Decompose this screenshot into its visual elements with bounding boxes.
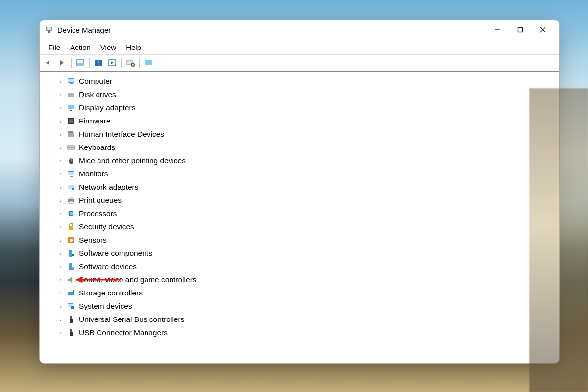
toolbar-add-hardware-button[interactable] (124, 57, 136, 69)
toolbar-forward-button[interactable] (56, 57, 68, 69)
device-category-row[interactable]: ›Keyboards (40, 141, 559, 154)
expand-chevron-icon[interactable]: › (57, 250, 64, 256)
svg-rect-25 (70, 110, 72, 111)
expand-chevron-icon[interactable]: › (57, 171, 64, 177)
toolbar-back-button[interactable] (43, 57, 54, 69)
security-icon (66, 222, 76, 232)
storage-icon (66, 288, 76, 298)
app-icon (45, 25, 53, 34)
device-category-label: Firmware (79, 117, 111, 125)
device-category-row[interactable]: ›Software devices (40, 260, 559, 273)
display-icon (66, 103, 76, 113)
device-category-label: Software components (79, 249, 152, 258)
expand-chevron-icon[interactable]: › (57, 224, 64, 230)
expand-chevron-icon[interactable]: › (57, 211, 64, 217)
device-category-row[interactable]: ›Storage controllers (40, 286, 559, 299)
menu-action[interactable]: Action (65, 41, 96, 53)
device-category-row[interactable]: ›System devices (40, 299, 559, 313)
svg-point-54 (70, 239, 73, 242)
device-category-row[interactable]: ›Computer (40, 74, 559, 88)
device-category-label: Monitors (79, 170, 108, 178)
menu-file[interactable]: File (44, 41, 65, 53)
minimize-button[interactable] (487, 22, 509, 38)
device-category-row[interactable]: ›Security devices (40, 220, 559, 233)
svg-rect-57 (69, 263, 72, 270)
toolbar-scan-button[interactable] (143, 57, 154, 69)
monitor-icon (66, 169, 76, 179)
expand-chevron-icon[interactable]: › (57, 303, 64, 309)
device-category-row[interactable]: ›Universal Serial Bus controllers (40, 313, 559, 326)
svg-rect-19 (68, 79, 74, 82)
expand-chevron-icon[interactable]: › (57, 105, 64, 111)
device-tree[interactable]: ›Computer›Disk drives›Display adapters›F… (40, 72, 559, 363)
svg-rect-52 (69, 226, 74, 230)
device-category-row[interactable]: ›Network adapters (40, 180, 559, 194)
svg-rect-27 (69, 119, 73, 123)
svg-rect-20 (70, 83, 73, 84)
expand-chevron-icon[interactable]: › (57, 330, 64, 336)
mouse-icon (66, 156, 76, 166)
device-category-label: Mice and other pointing devices (79, 156, 186, 165)
computer-icon (66, 76, 76, 86)
expand-chevron-icon[interactable]: › (57, 290, 64, 296)
device-category-row[interactable]: ›Processors (40, 207, 559, 220)
device-category-row[interactable]: ›Monitors (40, 167, 559, 180)
cpu-icon (66, 209, 76, 219)
expand-chevron-icon[interactable]: › (57, 78, 64, 84)
expand-chevron-icon[interactable]: › (57, 118, 64, 124)
svg-rect-30 (70, 131, 72, 133)
toolbar-enable-button[interactable] (106, 57, 118, 69)
expand-chevron-icon[interactable]: › (57, 184, 64, 190)
svg-rect-1 (47, 27, 51, 30)
menu-view[interactable]: View (96, 41, 121, 53)
device-category-row[interactable]: ›Print queues (40, 194, 559, 207)
svg-rect-24 (68, 105, 74, 109)
device-category-row[interactable]: ›Software components (40, 246, 559, 260)
svg-rect-28 (68, 133, 74, 137)
svg-rect-32 (67, 146, 75, 149)
svg-rect-8 (77, 63, 84, 66)
device-category-label: System devices (79, 302, 132, 311)
expand-chevron-icon[interactable]: › (57, 237, 64, 243)
toolbar: ? (40, 55, 559, 72)
device-category-row[interactable]: ›Firmware (40, 114, 559, 127)
maximize-button[interactable] (509, 22, 532, 38)
expand-chevron-icon[interactable]: › (57, 197, 64, 203)
toolbar-separator (71, 58, 72, 68)
svg-rect-29 (68, 131, 70, 133)
expand-chevron-icon[interactable]: › (57, 145, 64, 150)
svg-rect-4 (518, 28, 523, 32)
usb-icon (66, 315, 76, 324)
device-category-row[interactable]: ›Mice and other pointing devices (40, 154, 559, 167)
device-category-label: Security devices (79, 222, 134, 231)
svg-rect-65 (71, 306, 74, 309)
device-category-label: Software devices (79, 262, 137, 271)
expand-chevron-icon[interactable]: › (57, 92, 64, 98)
device-category-row[interactable]: ›Sensors (40, 233, 559, 246)
device-category-row[interactable]: ›Human Interface Devices (40, 127, 559, 141)
svg-rect-2 (48, 31, 50, 33)
expand-chevron-icon[interactable]: › (57, 158, 64, 164)
svg-rect-67 (70, 318, 73, 323)
toolbar-show-hidden-button[interactable] (74, 57, 86, 69)
network-icon (66, 182, 76, 192)
svg-rect-45 (69, 201, 73, 203)
device-category-label: Human Interface Devices (79, 130, 164, 139)
close-button[interactable] (532, 22, 554, 38)
device-category-row[interactable]: ›Disk drives (40, 88, 559, 101)
toolbar-help-button[interactable]: ? (93, 57, 104, 69)
svg-rect-55 (69, 250, 72, 257)
expand-chevron-icon[interactable]: › (57, 264, 64, 270)
device-category-label: Print queues (79, 196, 122, 205)
expand-chevron-icon[interactable]: › (57, 317, 64, 322)
device-category-row[interactable]: ›Display adapters (40, 101, 559, 114)
svg-rect-62 (73, 290, 74, 292)
system-icon (66, 301, 76, 311)
svg-rect-68 (70, 329, 72, 332)
menu-help[interactable]: Help (121, 41, 146, 53)
device-category-row[interactable]: ›Sound, video and game controllers (40, 273, 559, 286)
device-category-label: Disk drives (79, 90, 116, 99)
device-category-row[interactable]: ›USB Connector Managers (40, 326, 559, 339)
expand-chevron-icon[interactable]: › (57, 131, 64, 137)
expand-chevron-icon[interactable]: › (57, 277, 64, 283)
